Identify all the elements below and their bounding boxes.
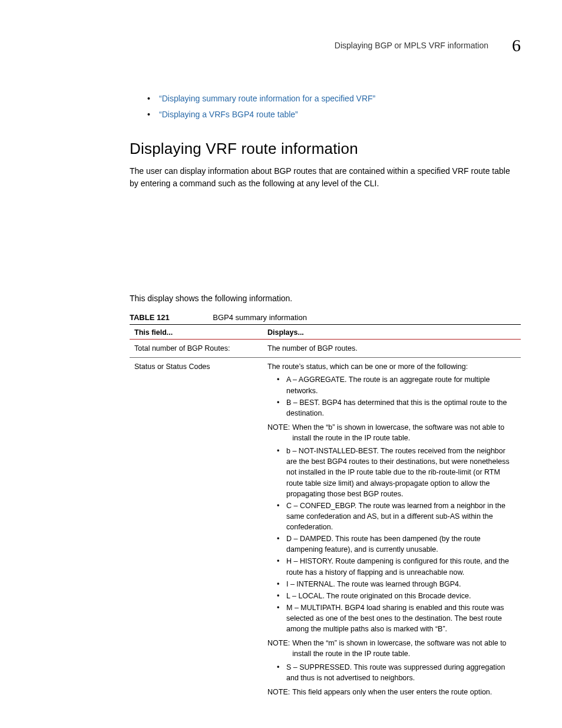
table-row: Status or Status Codes The route’s statu… — [130, 358, 521, 703]
note-label: NOTE: — [267, 422, 290, 443]
list-item: “Displaying summary route information fo… — [147, 91, 521, 107]
note-text: When the “m” is shown in lowercase, the … — [292, 638, 516, 659]
list-item: C – CONFED_EBGP. The route was learned f… — [277, 500, 516, 532]
list-item: M – MULTIPATH. BGP4 load sharing is enab… — [277, 602, 516, 634]
note: NOTE: When the “m” is shown in lowercase… — [267, 638, 516, 659]
col-header-field: This field... — [130, 325, 263, 340]
table-label: TABLE 121 — [130, 313, 170, 322]
table-row: Total number of BGP Routes: The number o… — [130, 340, 521, 358]
running-header: Displaying BGP or MPLS VRF information 6 — [130, 35, 521, 55]
chapter-number: 6 — [512, 35, 521, 55]
list-item: “Displaying a VRFs BGP4 route table” — [147, 107, 521, 123]
cell-field: Total number of BGP Routes: — [130, 340, 263, 358]
list-item: b – NOT-INSTALLED-BEST. The routes recei… — [277, 446, 516, 499]
section-intro: The user can display information about B… — [130, 165, 521, 190]
cell-field: Status or Status Codes — [130, 358, 263, 703]
table-title: BGP4 summary information — [213, 313, 307, 322]
section-lead-in: This display shows the following informa… — [130, 292, 521, 305]
header-title: Displaying BGP or MPLS VRF information — [335, 41, 488, 50]
status-codes-list: A – AGGREGATE. The route is an aggregate… — [267, 374, 516, 419]
spacer — [130, 198, 521, 292]
list-item: H – HISTORY. Route dampening is configur… — [277, 556, 516, 577]
note-label: NOTE: — [267, 638, 290, 659]
note-text: When the “b” is shown in lowercase, the … — [292, 422, 516, 443]
status-codes-list: b – NOT-INSTALLED-BEST. The routes recei… — [267, 446, 516, 634]
cross-reference-list: “Displaying summary route information fo… — [147, 91, 521, 122]
list-item: B – BEST. BGP4 has determined that this … — [277, 397, 516, 419]
link-text[interactable]: “Displaying summary route information fo… — [159, 94, 375, 103]
list-item: A – AGGREGATE. The route is an aggregate… — [277, 374, 516, 396]
status-intro: The route’s status, which can be one or … — [267, 361, 516, 372]
list-item: L – LOCAL. The route originated on this … — [277, 591, 516, 601]
list-item: S – SUPPRESSED. This route was suppresse… — [277, 662, 516, 683]
summary-info-table: This field... Displays... Total number o… — [130, 324, 521, 703]
list-item: D – DAMPED. This route has been dampened… — [277, 533, 516, 555]
section-heading: Displaying VRF route information — [130, 140, 521, 158]
status-codes-list: S – SUPPRESSED. This route was suppresse… — [267, 662, 516, 683]
page: Displaying BGP or MPLS VRF information 6… — [0, 0, 562, 728]
table-caption: TABLE 121 BGP4 summary information — [130, 313, 521, 322]
table-header-row: This field... Displays... — [130, 325, 521, 340]
note: NOTE: When the “b” is shown in lowercase… — [267, 422, 516, 443]
cell-displays: The route’s status, which can be one or … — [263, 358, 521, 703]
note-text: This field appears only when the user en… — [292, 687, 492, 697]
cell-displays: The number of BGP routes. — [263, 340, 521, 358]
link-text[interactable]: “Displaying a VRFs BGP4 route table” — [159, 110, 298, 119]
col-header-displays: Displays... — [263, 325, 521, 340]
note-label: NOTE: — [267, 687, 290, 697]
note: NOTE: This field appears only when the u… — [267, 687, 516, 697]
list-item: I – INTERNAL. The route was learned thro… — [277, 579, 516, 589]
